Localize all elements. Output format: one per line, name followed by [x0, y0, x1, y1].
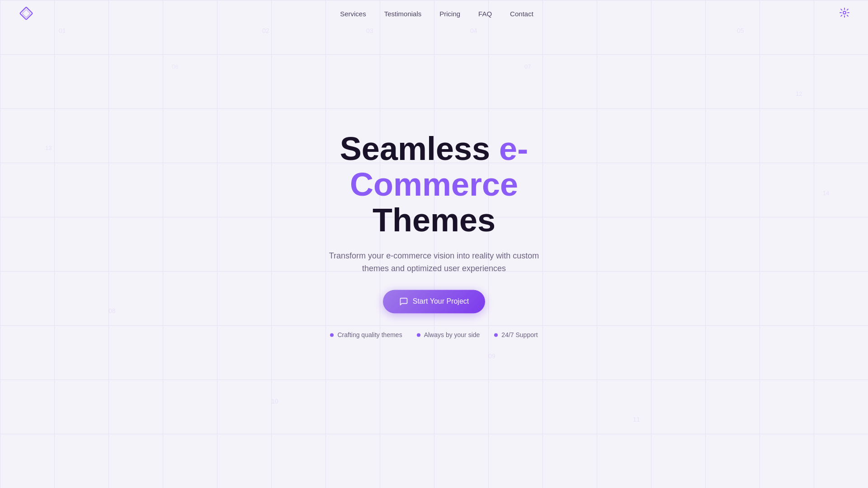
- feature-label-3: 24/7 Support: [501, 332, 538, 339]
- hero-title-part2: Themes: [373, 202, 495, 239]
- feature-item-3: 24/7 Support: [494, 332, 538, 339]
- feature-label-2: Always by your side: [424, 332, 480, 339]
- bg-deco: 01: [59, 27, 66, 34]
- feature-dot-3: [494, 333, 498, 337]
- feature-label-1: Crafting quality themes: [337, 332, 402, 339]
- nav-contact[interactable]: Contact: [510, 10, 533, 18]
- logo[interactable]: [18, 5, 34, 22]
- hero-section: Seamless e-Commerce Themes Transform you…: [276, 131, 592, 338]
- feature-dot-2: [417, 333, 420, 337]
- bg-deco: 03: [366, 27, 373, 34]
- svg-rect-0: [20, 7, 33, 20]
- bg-deco: 04: [470, 27, 477, 34]
- nav-faq[interactable]: FAQ: [478, 10, 492, 18]
- nav-services[interactable]: Services: [340, 10, 366, 18]
- nav-pricing[interactable]: Pricing: [439, 10, 460, 18]
- hero-title-part1: Seamless: [340, 131, 499, 167]
- nav-links: Services Testimonials Pricing FAQ Contac…: [340, 10, 533, 18]
- nav-settings-button[interactable]: [839, 7, 850, 20]
- logo-icon: [18, 5, 34, 22]
- cta-button[interactable]: Start Your Project: [383, 290, 486, 314]
- hero-title: Seamless e-Commerce Themes: [276, 131, 592, 239]
- bg-deco: 14: [823, 190, 829, 197]
- settings-icon: [839, 7, 850, 18]
- features-row: Crafting quality themes Always by your s…: [330, 332, 538, 339]
- feature-item-1: Crafting quality themes: [330, 332, 402, 339]
- bg-deco: 06: [172, 63, 178, 70]
- bg-deco: 11: [633, 416, 640, 423]
- bg-deco: 05: [737, 27, 744, 34]
- cta-label: Start Your Project: [413, 298, 469, 306]
- hero-subtitle: Transform your e-commerce vision into re…: [321, 249, 547, 276]
- navbar: Services Testimonials Pricing FAQ Contac…: [0, 0, 868, 27]
- bg-deco: 02: [262, 27, 269, 34]
- feature-item-2: Always by your side: [417, 332, 480, 339]
- bg-deco: 07: [524, 63, 531, 70]
- bg-deco: 10: [271, 398, 278, 405]
- bg-deco: 08: [108, 307, 116, 314]
- bg-deco: 09: [488, 352, 495, 360]
- chat-icon: [399, 297, 408, 306]
- svg-point-2: [843, 11, 846, 14]
- bg-deco: 12: [796, 90, 802, 97]
- feature-dot-1: [330, 333, 334, 337]
- nav-testimonials[interactable]: Testimonials: [384, 10, 422, 18]
- bg-deco: 13: [45, 145, 52, 151]
